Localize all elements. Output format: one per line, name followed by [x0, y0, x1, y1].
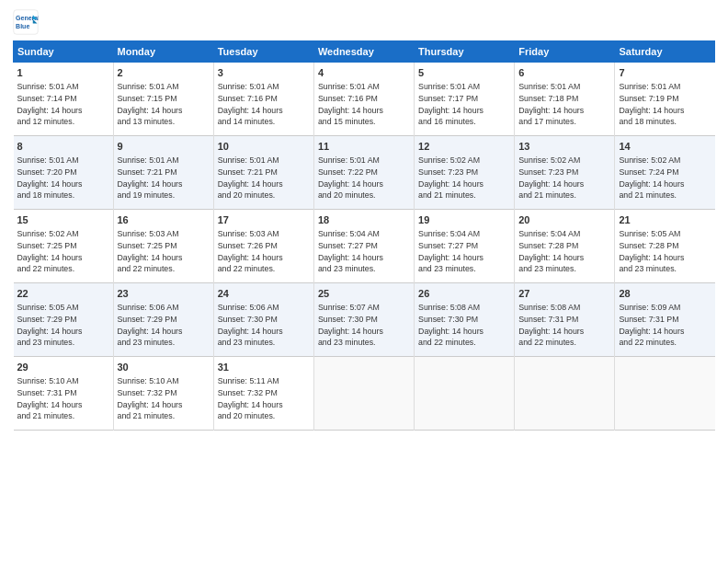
day-info: Sunrise: 5:01 AMSunset: 7:21 PMDaylight:… — [118, 155, 183, 201]
day-info: Sunrise: 5:07 AMSunset: 7:30 PMDaylight:… — [318, 303, 383, 348]
day-number: 7 — [619, 66, 711, 80]
day-number: 22 — [17, 287, 109, 301]
week-row-3: 15 Sunrise: 5:02 AMSunset: 7:25 PMDaylig… — [14, 210, 715, 283]
day-cell: 8 Sunrise: 5:01 AMSunset: 7:20 PMDayligh… — [14, 136, 114, 210]
day-number: 25 — [318, 287, 410, 301]
header-cell-tuesday: Tuesday — [213, 41, 313, 63]
day-info: Sunrise: 5:03 AMSunset: 7:26 PMDaylight:… — [218, 229, 283, 274]
day-info: Sunrise: 5:01 AMSunset: 7:20 PMDaylight:… — [17, 155, 83, 201]
day-cell — [415, 357, 515, 431]
day-number: 13 — [518, 140, 610, 154]
day-info: Sunrise: 5:05 AMSunset: 7:29 PMDaylight:… — [17, 303, 83, 348]
day-info: Sunrise: 5:09 AMSunset: 7:31 PMDaylight:… — [619, 303, 684, 348]
day-cell: 27 Sunrise: 5:08 AMSunset: 7:31 PMDaylig… — [515, 283, 615, 357]
day-cell: 28 Sunrise: 5:09 AMSunset: 7:31 PMDaylig… — [615, 283, 715, 357]
day-info: Sunrise: 5:06 AMSunset: 7:29 PMDaylight:… — [118, 303, 183, 348]
header-row: SundayMondayTuesdayWednesdayThursdayFrid… — [14, 41, 715, 63]
day-number: 30 — [118, 361, 210, 374]
day-number: 9 — [118, 140, 210, 154]
week-row-1: 1 Sunrise: 5:01 AMSunset: 7:14 PMDayligh… — [14, 63, 715, 136]
day-cell: 22 Sunrise: 5:05 AMSunset: 7:29 PMDaylig… — [14, 283, 114, 357]
day-info: Sunrise: 5:02 AMSunset: 7:25 PMDaylight:… — [17, 229, 83, 274]
calendar-header: SundayMondayTuesdayWednesdayThursdayFrid… — [14, 41, 715, 63]
day-cell: 5 Sunrise: 5:01 AMSunset: 7:17 PMDayligh… — [415, 63, 515, 136]
day-info: Sunrise: 5:04 AMSunset: 7:27 PMDaylight:… — [418, 229, 483, 274]
day-cell: 6 Sunrise: 5:01 AMSunset: 7:18 PMDayligh… — [515, 63, 615, 136]
page: General Blue SundayMondayTuesdayWednesda… — [0, 0, 728, 563]
header-cell-thursday: Thursday — [415, 41, 515, 63]
day-cell: 30 Sunrise: 5:10 AMSunset: 7:32 PMDaylig… — [113, 357, 213, 431]
day-cell: 31 Sunrise: 5:11 AMSunset: 7:32 PMDaylig… — [213, 357, 313, 431]
day-cell: 29 Sunrise: 5:10 AMSunset: 7:31 PMDaylig… — [14, 357, 114, 431]
day-number: 6 — [518, 66, 610, 80]
day-cell: 25 Sunrise: 5:07 AMSunset: 7:30 PMDaylig… — [313, 283, 414, 357]
day-info: Sunrise: 5:01 AMSunset: 7:14 PMDaylight:… — [17, 82, 83, 127]
day-cell: 16 Sunrise: 5:03 AMSunset: 7:25 PMDaylig… — [113, 210, 213, 283]
day-number: 2 — [118, 66, 210, 80]
day-number: 5 — [418, 66, 510, 80]
svg-text:Blue: Blue — [16, 23, 29, 29]
day-number: 24 — [218, 287, 310, 301]
day-info: Sunrise: 5:02 AMSunset: 7:24 PMDaylight:… — [619, 155, 684, 201]
day-cell: 4 Sunrise: 5:01 AMSunset: 7:16 PMDayligh… — [313, 63, 414, 136]
day-info: Sunrise: 5:04 AMSunset: 7:28 PMDaylight:… — [518, 229, 584, 274]
day-number: 1 — [17, 66, 109, 80]
header-cell-monday: Monday — [113, 41, 213, 63]
day-number: 10 — [218, 140, 310, 154]
day-number: 8 — [17, 140, 109, 154]
day-info: Sunrise: 5:10 AMSunset: 7:31 PMDaylight:… — [17, 376, 83, 421]
day-cell: 1 Sunrise: 5:01 AMSunset: 7:14 PMDayligh… — [14, 63, 114, 136]
week-row-2: 8 Sunrise: 5:01 AMSunset: 7:20 PMDayligh… — [14, 136, 715, 210]
day-cell: 23 Sunrise: 5:06 AMSunset: 7:29 PMDaylig… — [113, 283, 213, 357]
day-number: 3 — [218, 66, 310, 80]
day-number: 15 — [17, 213, 109, 227]
logo-icon: General Blue — [13, 9, 39, 35]
day-info: Sunrise: 5:11 AMSunset: 7:32 PMDaylight:… — [218, 376, 283, 421]
day-number: 21 — [619, 213, 711, 227]
logo: General Blue — [13, 9, 39, 35]
day-info: Sunrise: 5:01 AMSunset: 7:17 PMDaylight:… — [418, 82, 483, 127]
day-cell: 24 Sunrise: 5:06 AMSunset: 7:30 PMDaylig… — [213, 283, 313, 357]
day-number: 29 — [17, 361, 109, 374]
day-cell: 19 Sunrise: 5:04 AMSunset: 7:27 PMDaylig… — [415, 210, 515, 283]
day-info: Sunrise: 5:01 AMSunset: 7:16 PMDaylight:… — [218, 82, 283, 127]
day-cell: 14 Sunrise: 5:02 AMSunset: 7:24 PMDaylig… — [615, 136, 715, 210]
day-info: Sunrise: 5:03 AMSunset: 7:25 PMDaylight:… — [118, 229, 183, 274]
day-cell: 10 Sunrise: 5:01 AMSunset: 7:21 PMDaylig… — [213, 136, 313, 210]
day-info: Sunrise: 5:01 AMSunset: 7:22 PMDaylight:… — [318, 155, 383, 201]
week-row-4: 22 Sunrise: 5:05 AMSunset: 7:29 PMDaylig… — [14, 283, 715, 357]
day-info: Sunrise: 5:02 AMSunset: 7:23 PMDaylight:… — [518, 155, 584, 201]
day-cell: 26 Sunrise: 5:08 AMSunset: 7:30 PMDaylig… — [415, 283, 515, 357]
day-cell — [515, 357, 615, 431]
day-cell — [615, 357, 715, 431]
day-number: 27 — [518, 287, 610, 301]
day-number: 28 — [619, 287, 711, 301]
day-number: 4 — [318, 66, 410, 80]
day-cell: 2 Sunrise: 5:01 AMSunset: 7:15 PMDayligh… — [113, 63, 213, 136]
day-number: 19 — [418, 213, 510, 227]
day-cell: 12 Sunrise: 5:02 AMSunset: 7:23 PMDaylig… — [415, 136, 515, 210]
day-cell: 13 Sunrise: 5:02 AMSunset: 7:23 PMDaylig… — [515, 136, 615, 210]
day-cell: 21 Sunrise: 5:05 AMSunset: 7:28 PMDaylig… — [615, 210, 715, 283]
calendar-body: 1 Sunrise: 5:01 AMSunset: 7:14 PMDayligh… — [14, 63, 715, 431]
day-info: Sunrise: 5:08 AMSunset: 7:30 PMDaylight:… — [418, 303, 483, 348]
day-info: Sunrise: 5:10 AMSunset: 7:32 PMDaylight:… — [118, 376, 183, 421]
day-info: Sunrise: 5:05 AMSunset: 7:28 PMDaylight:… — [619, 229, 684, 274]
day-cell: 3 Sunrise: 5:01 AMSunset: 7:16 PMDayligh… — [213, 63, 313, 136]
day-info: Sunrise: 5:01 AMSunset: 7:21 PMDaylight:… — [218, 155, 283, 201]
day-number: 26 — [418, 287, 510, 301]
day-cell: 20 Sunrise: 5:04 AMSunset: 7:28 PMDaylig… — [515, 210, 615, 283]
day-info: Sunrise: 5:01 AMSunset: 7:16 PMDaylight:… — [318, 82, 383, 127]
day-number: 11 — [318, 140, 410, 154]
week-row-5: 29 Sunrise: 5:10 AMSunset: 7:31 PMDaylig… — [14, 357, 715, 431]
header-cell-saturday: Saturday — [615, 41, 715, 63]
day-number: 16 — [118, 213, 210, 227]
day-number: 20 — [518, 213, 610, 227]
day-cell: 15 Sunrise: 5:02 AMSunset: 7:25 PMDaylig… — [14, 210, 114, 283]
day-info: Sunrise: 5:01 AMSunset: 7:19 PMDaylight:… — [619, 82, 684, 127]
header-cell-friday: Friday — [515, 41, 615, 63]
day-number: 18 — [318, 213, 410, 227]
calendar-table: SundayMondayTuesdayWednesdayThursdayFrid… — [13, 40, 715, 431]
day-info: Sunrise: 5:02 AMSunset: 7:23 PMDaylight:… — [418, 155, 483, 201]
day-cell: 9 Sunrise: 5:01 AMSunset: 7:21 PMDayligh… — [113, 136, 213, 210]
